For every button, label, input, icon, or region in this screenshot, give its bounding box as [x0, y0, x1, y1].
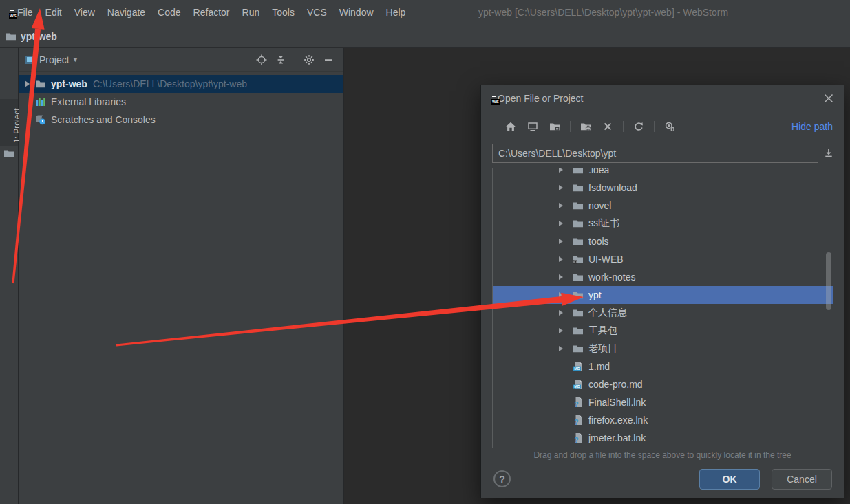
file-tree-row-item[interactable]: 老项目 — [493, 340, 833, 358]
file-tree-row-fsdownload[interactable]: fsdownload — [493, 179, 833, 197]
project-tree-row-ypt-web[interactable]: ypt-web C:\Users\DELL\Desktop\ypt\ypt-we… — [19, 75, 343, 93]
svg-text:?: ? — [574, 437, 578, 443]
hide-icon[interactable] — [322, 54, 334, 66]
file-tree-row-jmeter-bat-lnk[interactable]: ?jmeter.bat.lnk — [493, 429, 833, 447]
menu-run[interactable]: Run — [236, 0, 266, 25]
apply-path-icon[interactable] — [823, 147, 834, 158]
collapse-all-icon[interactable] — [275, 54, 287, 66]
folder-icon — [573, 289, 584, 300]
menu-refactor[interactable]: Refactor — [187, 0, 236, 25]
project-view-icon — [24, 54, 35, 65]
separator — [570, 121, 571, 132]
file-tree-row-label: ypt — [588, 289, 602, 300]
file-tree-row-label: 个人信息 — [588, 307, 627, 319]
folder-icon — [573, 325, 584, 336]
file-tree-row-finalshell-lnk[interactable]: ?FinalShell.lnk — [493, 393, 833, 411]
chevron-down-icon[interactable]: ▼ — [72, 56, 79, 63]
project-directory-icon[interactable] — [549, 120, 561, 133]
scrollbar-thumb[interactable] — [826, 252, 831, 310]
file-tree-row-ssl[interactable]: ssl证书 — [493, 215, 833, 232]
separator — [654, 121, 655, 132]
external-libraries-icon — [35, 96, 46, 107]
expand-arrow-icon[interactable] — [559, 185, 567, 190]
expand-arrow-icon[interactable] — [559, 239, 567, 244]
new-folder-icon[interactable] — [580, 120, 592, 133]
file-tree-row-ui-web[interactable]: UI-WEB — [493, 250, 833, 268]
show-hidden-files-icon[interactable] — [663, 120, 676, 133]
stripe-folder-icon[interactable] — [3, 148, 14, 159]
refresh-icon[interactable] — [633, 120, 645, 133]
open-file-dialog: WS Open File or Project Hide path .ideaf… — [480, 85, 844, 498]
scratches-icon — [35, 114, 46, 125]
folder-icon — [573, 343, 584, 354]
folder-icon — [573, 307, 584, 318]
expand-arrow-icon[interactable] — [23, 78, 31, 89]
home-icon[interactable] — [504, 120, 517, 133]
menu-view[interactable]: View — [68, 0, 101, 25]
hide-path-link[interactable]: Hide path — [791, 118, 833, 135]
file-tree-row-ypt[interactable]: ypt — [493, 286, 833, 304]
file-tree-row-label: 工具包 — [588, 325, 617, 337]
external-libraries-label: External Libraries — [51, 96, 126, 107]
file-tree-row-item[interactable]: 个人信息 — [493, 304, 833, 322]
file-tree-row-item[interactable]: 工具包 — [493, 322, 833, 340]
expand-arrow-icon[interactable] — [559, 292, 567, 298]
menu-edit[interactable]: Edit — [39, 0, 68, 25]
path-input[interactable] — [492, 144, 818, 163]
file-tree-row-tools[interactable]: tools — [493, 232, 833, 250]
expand-arrow-icon[interactable] — [559, 274, 567, 280]
file-tree-row-label: FinalShell.lnk — [588, 397, 646, 408]
menu-tools[interactable]: Tools — [266, 0, 301, 25]
expand-arrow-icon[interactable] — [559, 256, 567, 262]
file-tree-row-work-notes[interactable]: work-notes — [493, 268, 833, 286]
settings-icon[interactable] — [303, 54, 315, 66]
file-tree-rows: .ideafsdownloadnovelssl证书toolsUI-WEBwork… — [493, 168, 833, 447]
menu-navigate[interactable]: Navigate — [101, 0, 151, 25]
file-tree-row-idea[interactable]: .idea — [493, 168, 833, 179]
project-tree-row-external-libraries[interactable]: External Libraries — [19, 93, 343, 111]
menu-vcs[interactable]: VCS — [301, 0, 333, 25]
folder-icon — [573, 200, 584, 211]
file-tree-row-label: novel — [588, 200, 611, 211]
close-icon[interactable] — [823, 93, 834, 104]
expand-arrow-icon[interactable] — [559, 310, 567, 316]
file-tree-row-label: code-pro.md — [588, 379, 643, 390]
navigation-bar: ypt-web — [0, 25, 850, 48]
folder-icon — [573, 272, 584, 283]
project-view-title[interactable]: Project — [39, 54, 70, 65]
markdown-file-icon: MD — [573, 361, 584, 372]
file-tree-row-novel[interactable]: novel — [493, 197, 833, 215]
project-tree: ypt-web C:\Users\DELL\Desktop\ypt\ypt-we… — [19, 72, 343, 129]
ok-button[interactable]: OK — [699, 469, 760, 490]
file-tree-row-label: firefox.exe.lnk — [588, 415, 648, 426]
menu-window[interactable]: Window — [333, 0, 380, 25]
expand-arrow-icon[interactable] — [559, 203, 567, 208]
unknown-file-icon: ? — [573, 432, 584, 443]
expand-arrow-icon[interactable] — [559, 168, 567, 173]
file-tree-row-label: 老项目 — [588, 342, 617, 355]
file-tree-row-1-md[interactable]: MD1.md — [493, 358, 833, 375]
file-tree: .ideafsdownloadnovelssl证书toolsUI-WEBwork… — [492, 168, 833, 448]
locate-icon[interactable] — [255, 54, 268, 66]
help-button[interactable]: ? — [493, 470, 511, 487]
delete-icon[interactable] — [602, 120, 614, 133]
desktop-icon[interactable] — [527, 120, 539, 133]
file-tree-row-label: fsdownload — [588, 182, 637, 193]
folder-icon — [6, 31, 17, 42]
menu-help[interactable]: Help — [380, 0, 412, 25]
svg-text:MD: MD — [574, 366, 580, 371]
folder-icon — [573, 254, 584, 265]
file-tree-row-firefox-exe-lnk[interactable]: ?firefox.exe.lnk — [493, 411, 833, 429]
project-tree-row-scratches[interactable]: Scratches and Consoles — [19, 111, 343, 129]
breadcrumb-project[interactable]: ypt-web — [21, 31, 57, 42]
expand-arrow-icon[interactable] — [559, 346, 567, 351]
file-tree-row-label: .idea — [588, 168, 609, 175]
file-tree-row-code-pro-md[interactable]: MDcode-pro.md — [493, 375, 833, 393]
expand-arrow-icon[interactable] — [559, 328, 567, 333]
svg-text:?: ? — [574, 419, 578, 426]
project-tool-window: Project ▼ ypt-web C:\Users\DELL\Desktop\… — [19, 48, 344, 504]
expand-arrow-icon[interactable] — [559, 221, 567, 226]
menu-code[interactable]: Code — [151, 0, 187, 25]
cancel-button[interactable]: Cancel — [772, 469, 832, 490]
unknown-file-icon: ? — [573, 415, 584, 426]
